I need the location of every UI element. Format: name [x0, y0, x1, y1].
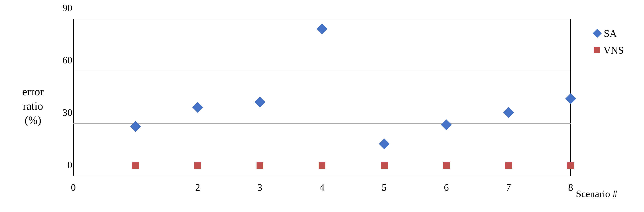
x-tick-label: 7: [506, 182, 511, 193]
x-tick-label: 0: [71, 182, 76, 193]
grid-line: [73, 176, 571, 176]
legend-item-sa: SA: [594, 27, 624, 39]
y-axis-label: errorratio(%): [14, 84, 52, 128]
x-tick-label: 5: [382, 182, 386, 193]
x-axis-label: Scenario #: [576, 188, 618, 200]
vns-data-point: [194, 162, 201, 169]
vns-data-point: [381, 162, 388, 169]
sa-data-point: [130, 121, 141, 132]
y-tick-label: 60: [58, 54, 72, 66]
chart-container: errorratio(%) 030609002345678Scenario # …: [14, 10, 630, 202]
vns-data-point: [443, 162, 450, 169]
sa-diamond-icon: [593, 29, 602, 38]
grid-line: [73, 71, 571, 71]
y-axis: [73, 19, 74, 176]
legend: SA VNS: [594, 27, 624, 56]
grid-line: [73, 19, 571, 19]
vns-square-icon: [594, 47, 600, 53]
x-tick-label: 6: [444, 182, 449, 193]
vns-data-point: [505, 162, 512, 169]
legend-sa-label: SA: [604, 27, 617, 39]
grid-line: [73, 123, 571, 124]
legend-item-vns: VNS: [594, 44, 624, 56]
vns-data-point: [256, 162, 263, 169]
sa-data-point: [254, 97, 265, 108]
vns-data-point: [318, 162, 326, 169]
sa-data-point: [192, 102, 203, 113]
chart-area: 030609002345678Scenario # SA VNS: [56, 10, 630, 202]
x-tick-label: 4: [320, 182, 324, 193]
sa-data-point: [503, 107, 514, 118]
sa-data-point: [379, 139, 390, 149]
plot-region: 030609002345678Scenario #: [73, 19, 571, 176]
x-tick-label: 2: [195, 182, 200, 193]
vns-data-point: [132, 162, 139, 169]
x-tick-label: 3: [258, 182, 262, 193]
x-tick-label: 8: [568, 182, 573, 193]
y-tick-label: 90: [58, 2, 72, 13]
y-tick-label: 0: [58, 159, 72, 170]
sa-data-point: [317, 23, 328, 34]
y-tick-label: 30: [58, 107, 72, 118]
vns-data-point: [567, 162, 574, 169]
sa-data-point: [565, 93, 576, 104]
legend-vns-label: VNS: [604, 44, 624, 56]
sa-data-point: [441, 119, 452, 130]
